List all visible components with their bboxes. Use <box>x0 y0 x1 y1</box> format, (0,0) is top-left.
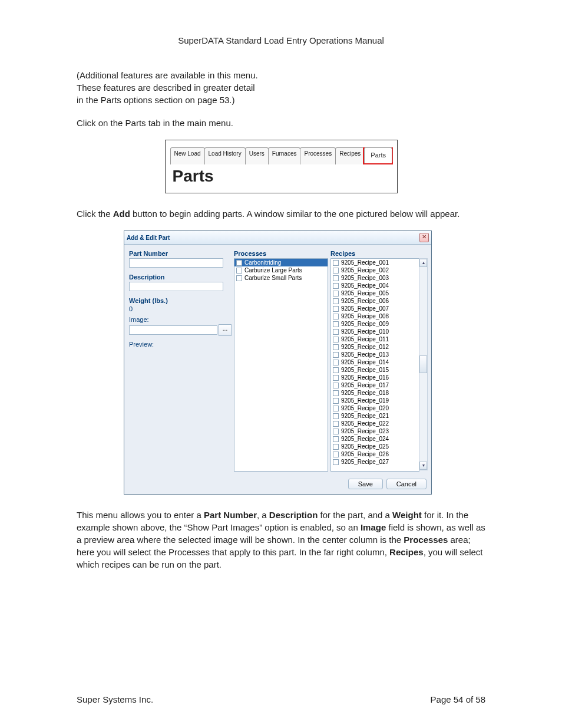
recipe-item-label: 9205_Recipe_022 <box>341 420 389 427</box>
tab-new-load[interactable]: New Load <box>170 147 205 164</box>
cancel-button[interactable]: Cancel <box>386 479 427 489</box>
process-item[interactable]: Carbonitriding <box>234 259 328 266</box>
preview-label: Preview: <box>129 341 232 348</box>
process-item[interactable]: Carburize Large Parts <box>234 266 328 274</box>
checkbox-icon[interactable] <box>333 429 339 434</box>
recipe-item[interactable]: 9205_Recipe_003 <box>331 274 419 282</box>
browse-image-button[interactable]: ... <box>219 324 232 336</box>
save-button[interactable]: Save <box>348 479 383 489</box>
recipe-item[interactable]: 9205_Recipe_007 <box>331 305 419 312</box>
checkbox-icon[interactable] <box>333 360 339 365</box>
tab-load-history[interactable]: Load History <box>204 147 246 164</box>
description-input[interactable] <box>129 282 223 291</box>
checkbox-icon[interactable] <box>333 383 339 388</box>
recipe-item[interactable]: 9205_Recipe_019 <box>331 397 419 404</box>
checkbox-icon[interactable] <box>333 306 339 312</box>
checkbox-icon[interactable] <box>333 421 339 427</box>
tab-recipes[interactable]: Recipes <box>335 147 365 164</box>
part-number-input[interactable] <box>129 258 223 268</box>
checkbox-icon[interactable] <box>333 444 339 450</box>
image-path-input[interactable] <box>129 325 217 335</box>
recipes-scrollbar[interactable]: ▴ ▾ <box>419 258 428 470</box>
recipe-item[interactable]: 9205_Recipe_008 <box>331 312 419 320</box>
exp-b5: Processes <box>404 535 448 545</box>
checkbox-icon[interactable] <box>333 390 339 396</box>
recipe-item-label: 9205_Recipe_027 <box>341 459 389 465</box>
process-item-label: Carburize Large Parts <box>244 267 302 274</box>
weight-label: Weight (lbs.) <box>129 297 232 304</box>
scroll-down-icon[interactable]: ▾ <box>419 462 427 470</box>
checkbox-icon[interactable] <box>333 337 339 342</box>
checkbox-icon[interactable] <box>333 398 339 404</box>
checkbox-icon[interactable] <box>333 344 339 350</box>
checkbox-icon[interactable] <box>333 436 339 442</box>
recipe-item-label: 9205_Recipe_001 <box>341 259 389 266</box>
recipe-item[interactable]: 9205_Recipe_016 <box>331 374 419 381</box>
recipe-item-label: 9205_Recipe_016 <box>341 374 389 381</box>
recipe-item[interactable]: 9205_Recipe_022 <box>331 420 419 427</box>
recipe-item[interactable]: 9205_Recipe_018 <box>331 389 419 397</box>
checkbox-icon[interactable] <box>333 375 339 381</box>
recipe-item[interactable]: 9205_Recipe_027 <box>331 458 419 466</box>
checkbox-icon[interactable] <box>333 406 339 411</box>
checkbox-icon[interactable] <box>333 314 339 319</box>
scroll-up-icon[interactable]: ▴ <box>419 259 427 267</box>
recipe-item[interactable]: 9205_Recipe_013 <box>331 351 419 358</box>
recipe-item[interactable]: 9205_Recipe_021 <box>331 412 419 420</box>
recipe-item-label: 9205_Recipe_005 <box>341 290 389 297</box>
tab-processes[interactable]: Processes <box>300 147 336 164</box>
recipe-item[interactable]: 9205_Recipe_012 <box>331 343 419 351</box>
checkbox-icon[interactable] <box>333 298 339 304</box>
recipe-item[interactable]: 9205_Recipe_011 <box>331 335 419 343</box>
recipe-item[interactable]: 9205_Recipe_006 <box>331 297 419 305</box>
recipe-item[interactable]: 9205_Recipe_015 <box>331 366 419 374</box>
recipe-item[interactable]: 9205_Recipe_017 <box>331 381 419 389</box>
recipe-item-label: 9205_Recipe_014 <box>341 359 389 365</box>
recipe-item[interactable]: 9205_Recipe_024 <box>331 435 419 443</box>
recipe-item[interactable]: 9205_Recipe_026 <box>331 450 419 458</box>
checkbox-icon[interactable] <box>333 291 339 297</box>
checkbox-icon[interactable] <box>236 275 242 281</box>
recipe-item[interactable]: 9205_Recipe_025 <box>331 443 419 450</box>
tab-users[interactable]: Users <box>245 147 269 164</box>
recipe-item-label: 9205_Recipe_008 <box>341 313 389 319</box>
processes-listbox[interactable]: CarbonitridingCarburize Large PartsCarbu… <box>234 258 328 472</box>
recipe-item-label: 9205_Recipe_007 <box>341 305 389 312</box>
recipe-item-label: 9205_Recipe_024 <box>341 436 389 442</box>
scroll-thumb[interactable] <box>419 355 427 373</box>
recipe-item[interactable]: 9205_Recipe_020 <box>331 404 419 412</box>
tab-parts[interactable]: Parts <box>364 147 392 162</box>
close-icon[interactable]: ✕ <box>419 233 429 242</box>
checkbox-icon[interactable] <box>333 459 339 465</box>
checkbox-icon[interactable] <box>333 367 339 373</box>
instr2-pre: Click the <box>77 209 113 219</box>
footer-company: Super Systems Inc. <box>77 694 153 704</box>
recipe-item[interactable]: 9205_Recipe_005 <box>331 289 419 297</box>
checkbox-icon[interactable] <box>236 260 242 266</box>
checkbox-icon[interactable] <box>236 268 242 274</box>
recipe-item[interactable]: 9205_Recipe_009 <box>331 320 419 328</box>
recipe-item[interactable]: 9205_Recipe_010 <box>331 328 419 335</box>
checkbox-icon[interactable] <box>333 283 339 289</box>
checkbox-icon[interactable] <box>333 452 339 457</box>
recipe-item[interactable]: 9205_Recipe_004 <box>331 282 419 289</box>
recipe-item[interactable]: 9205_Recipe_002 <box>331 266 419 274</box>
checkbox-icon[interactable] <box>333 413 339 419</box>
process-item-label: Carbonitriding <box>244 259 281 266</box>
checkbox-icon[interactable] <box>333 260 339 266</box>
document-title: SuperDATA Standard Load Entry Operations… <box>77 35 485 45</box>
checkbox-icon[interactable] <box>333 352 339 358</box>
recipe-item[interactable]: 9205_Recipe_014 <box>331 358 419 366</box>
checkbox-icon[interactable] <box>333 275 339 281</box>
checkbox-icon[interactable] <box>333 329 339 335</box>
recipe-item-label: 9205_Recipe_012 <box>341 344 389 350</box>
checkbox-icon[interactable] <box>333 321 339 327</box>
recipe-item[interactable]: 9205_Recipe_001 <box>331 259 419 266</box>
recipes-listbox[interactable]: 9205_Recipe_0019205_Recipe_0029205_Recip… <box>330 258 419 472</box>
checkbox-icon[interactable] <box>333 268 339 274</box>
recipe-item-label: 9205_Recipe_013 <box>341 351 389 358</box>
process-item[interactable]: Carburize Small Parts <box>234 274 328 282</box>
tab-furnaces[interactable]: Furnaces <box>268 147 301 164</box>
recipe-item[interactable]: 9205_Recipe_023 <box>331 427 419 435</box>
intro-line-3: in the Parts options section on page 53.… <box>77 95 235 105</box>
